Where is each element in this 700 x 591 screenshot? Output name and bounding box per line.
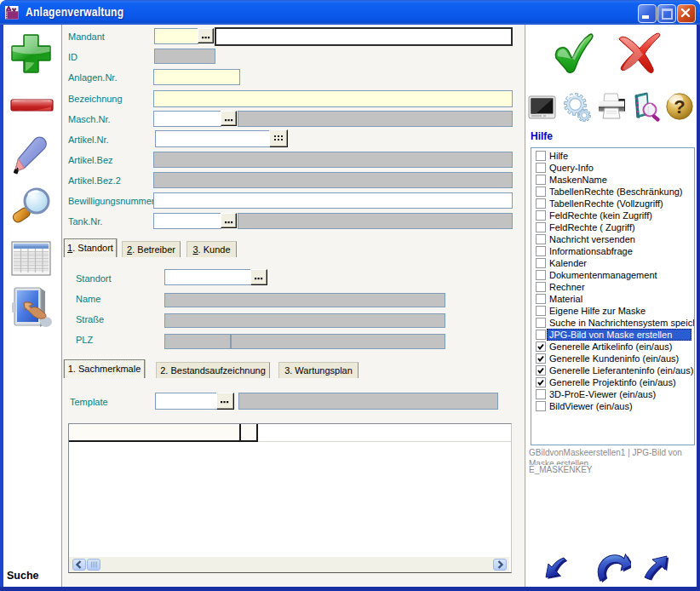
svg-text:?: ?: [674, 96, 685, 118]
